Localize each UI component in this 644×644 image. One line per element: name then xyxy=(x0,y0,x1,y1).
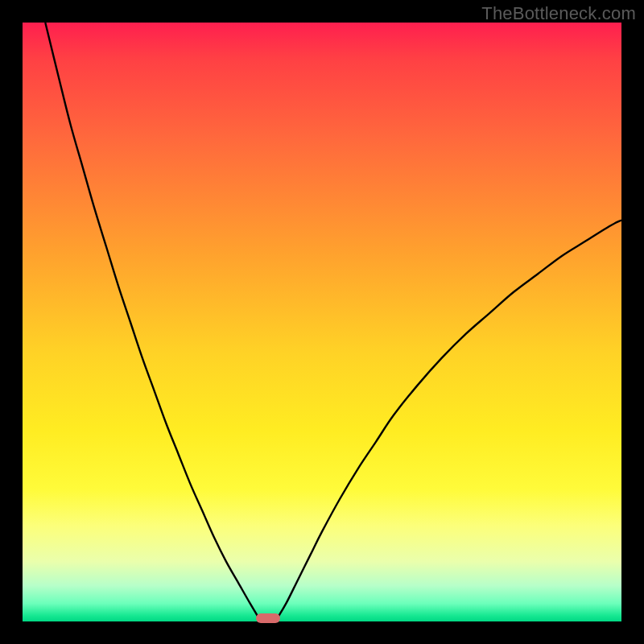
curve-right-branch xyxy=(277,221,621,619)
chart-frame xyxy=(23,23,621,621)
bottleneck-marker xyxy=(256,613,280,623)
bottleneck-curve xyxy=(23,23,621,621)
watermark-text: TheBottleneck.com xyxy=(481,3,636,24)
curve-left-branch xyxy=(45,23,259,618)
